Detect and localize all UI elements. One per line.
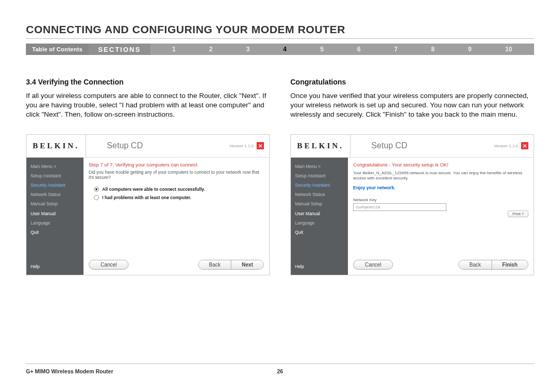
sidebar-item[interactable]: User Manual bbox=[295, 209, 344, 218]
cancel-button[interactable]: Cancel bbox=[353, 260, 393, 270]
page-number: 26 bbox=[277, 368, 283, 374]
network-key-label: Network Key bbox=[353, 198, 528, 202]
sidebar-item[interactable]: Quit bbox=[295, 228, 344, 237]
help-link[interactable]: Help bbox=[26, 259, 83, 274]
right-sidebar: Main Menu >Setup AssistantSecurity Assis… bbox=[291, 158, 348, 275]
step-title: Step 7 of 7: Verifying your computers ca… bbox=[89, 162, 264, 167]
radio-icon bbox=[94, 195, 99, 200]
page-footer: G+ MIMO Wireless Modem Router 26 bbox=[26, 363, 534, 374]
sidebar-item[interactable]: Manual Setup bbox=[31, 199, 79, 208]
toc-link[interactable]: Table of Contents bbox=[26, 44, 89, 55]
left-sidebar: Main Menu >Setup AssistantSecurity Assis… bbox=[26, 158, 83, 275]
right-heading: Congratulations bbox=[290, 78, 534, 86]
close-icon[interactable]: ✕ bbox=[257, 142, 264, 149]
section-link-6[interactable]: 6 bbox=[357, 46, 361, 53]
divider bbox=[26, 38, 534, 39]
radio-label: All computers were able to connect succe… bbox=[102, 187, 205, 192]
sidebar-item[interactable]: Network Status bbox=[31, 190, 79, 199]
sections-label: SECTIONS bbox=[89, 44, 150, 55]
screenshot-verifying: BELKIN. Setup CD Version 1.1.0 ✕ Main Me… bbox=[26, 134, 270, 275]
sidebar-item[interactable]: Setup Assistant bbox=[31, 171, 79, 180]
step-subtext: Did you have trouble getting any of your… bbox=[89, 170, 264, 180]
finish-button[interactable]: Finish bbox=[492, 260, 528, 269]
sidebar-item[interactable]: Security Assistant bbox=[31, 180, 79, 190]
left-heading: 3.4 Verifying the Connection bbox=[26, 78, 270, 86]
back-button[interactable]: Back bbox=[459, 260, 492, 269]
section-link-7[interactable]: 7 bbox=[394, 46, 398, 53]
close-icon[interactable]: ✕ bbox=[521, 142, 528, 149]
radio-icon bbox=[94, 187, 99, 192]
sidebar-item[interactable]: Main Menu > bbox=[31, 162, 79, 171]
left-body: If all your wireless computers are able … bbox=[26, 91, 270, 120]
left-main-pane: Step 7 of 7: Verifying your computers ca… bbox=[83, 158, 269, 275]
setup-cd-title: Setup CD bbox=[86, 141, 229, 150]
sidebar-item[interactable]: Quit bbox=[31, 228, 79, 237]
sidebar-item[interactable]: Network Status bbox=[295, 190, 344, 199]
sidebar-item[interactable]: Main Menu > bbox=[295, 162, 344, 171]
right-column: Congratulations Once you have verified t… bbox=[290, 78, 534, 275]
sidebar-item[interactable]: Manual Setup bbox=[295, 199, 344, 208]
section-link-2[interactable]: 2 bbox=[209, 46, 213, 53]
section-link-4[interactable]: 4 bbox=[283, 46, 287, 53]
section-link-10[interactable]: 10 bbox=[505, 46, 512, 53]
back-finish-group: Back Finish bbox=[458, 260, 528, 270]
right-main-pane: Congratulations - Your security setup is… bbox=[348, 158, 534, 275]
print-button[interactable]: Print ? bbox=[508, 211, 528, 217]
right-body: Once you have verified that your wireles… bbox=[290, 91, 534, 120]
next-button[interactable]: Next bbox=[231, 260, 263, 269]
radio-option[interactable]: All computers were able to connect succe… bbox=[89, 185, 264, 193]
sidebar-item[interactable]: Security Assistant bbox=[295, 180, 344, 190]
section-nav: Table of Contents SECTIONS 12345678910 bbox=[26, 44, 534, 55]
network-key-field[interactable]: GoRaibln12A bbox=[353, 203, 446, 211]
section-link-5[interactable]: 5 bbox=[320, 46, 324, 53]
version-label: Version 1.1.0 bbox=[494, 144, 518, 148]
product-name: G+ MIMO Wireless Modem Router bbox=[26, 368, 113, 374]
section-link-3[interactable]: 3 bbox=[246, 46, 250, 53]
congrats-title: Congratulations - Your security setup is… bbox=[353, 162, 528, 167]
sidebar-item[interactable]: Setup Assistant bbox=[295, 171, 344, 180]
back-next-group: Back Next bbox=[198, 260, 264, 270]
section-link-1[interactable]: 1 bbox=[172, 46, 176, 53]
left-column: 3.4 Verifying the Connection If all your… bbox=[26, 78, 270, 275]
sidebar-item[interactable]: Language bbox=[295, 218, 344, 228]
back-button[interactable]: Back bbox=[199, 260, 231, 269]
version-label: Version 1.1.0 bbox=[229, 144, 254, 148]
cancel-button[interactable]: Cancel bbox=[89, 260, 129, 270]
setup-cd-title: Setup CD bbox=[351, 141, 494, 150]
belkin-logo: BELKIN. bbox=[26, 135, 86, 157]
enjoy-text: Enjoy your network. bbox=[353, 185, 528, 190]
radio-option[interactable]: I had problems with at least one compute… bbox=[89, 193, 264, 202]
section-link-9[interactable]: 9 bbox=[468, 46, 472, 53]
help-link[interactable]: Help bbox=[291, 259, 348, 274]
belkin-logo: BELKIN. bbox=[291, 135, 351, 157]
congrats-desc: Your Belkin_N_ADSL_123456 network is now… bbox=[353, 171, 528, 181]
page-title: CONNECTING AND CONFIGURING YOUR MODEM RO… bbox=[26, 23, 345, 36]
screenshot-congrats: BELKIN. Setup CD Version 1.1.0 ✕ Main Me… bbox=[290, 134, 534, 275]
section-link-8[interactable]: 8 bbox=[431, 46, 435, 53]
radio-label: I had problems with at least one compute… bbox=[102, 195, 191, 200]
sidebar-item[interactable]: User Manual bbox=[31, 209, 79, 218]
sidebar-item[interactable]: Language bbox=[31, 218, 79, 228]
